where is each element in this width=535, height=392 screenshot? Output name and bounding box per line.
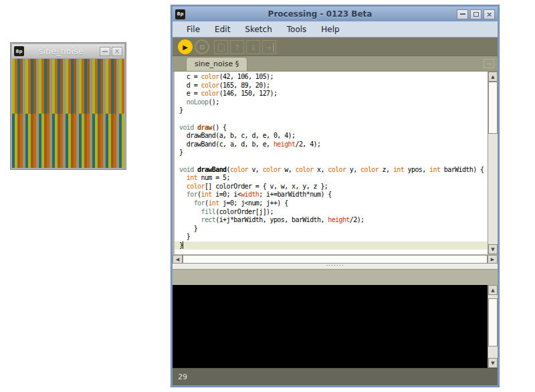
maximize-button[interactable]	[470, 9, 481, 19]
scrollbar-thumb[interactable]	[488, 82, 498, 134]
arrow-up-icon: ▲	[491, 288, 494, 293]
toolbar: ▶ ↑ ↓ →	[173, 37, 498, 56]
sketch-minimize-button[interactable]	[100, 47, 110, 56]
open-sketch-button[interactable]: ↑	[230, 40, 244, 54]
tab-menu-arrow-icon: →	[486, 60, 492, 68]
scroll-up-button[interactable]: ▲	[488, 72, 498, 82]
processing-ide-window: 8p Processing - 0123 Beta × File Edit Sk…	[171, 5, 499, 387]
save-sketch-button[interactable]: ↓	[246, 40, 260, 54]
close-icon: ×	[114, 48, 120, 55]
new-file-icon	[218, 43, 225, 52]
arrow-right-icon: ▶	[491, 257, 494, 262]
sketch-window-titlebar[interactable]: 8p sine_noise ×	[12, 44, 124, 59]
sketch-close-button[interactable]: ×	[112, 47, 122, 56]
editor-vertical-scrollbar[interactable]: ▲ ▼	[488, 72, 498, 254]
menu-help[interactable]: Help	[315, 23, 345, 35]
menu-edit[interactable]: Edit	[209, 23, 236, 35]
scroll-down-button[interactable]: ▼	[488, 358, 498, 368]
editor-horizontal-scrollbar[interactable]: ◀ ▶	[173, 254, 498, 264]
console: ▲ ▼	[173, 285, 498, 368]
scroll-right-button[interactable]: ▶	[488, 255, 498, 264]
splitter-handle[interactable]: ·······	[173, 264, 498, 269]
sketch-window-title: sine_noise	[24, 47, 98, 56]
scroll-left-button[interactable]: ◀	[173, 255, 183, 264]
code-area[interactable]: c = color(42, 106, 105); d = color(165, …	[173, 72, 488, 254]
close-icon: ×	[486, 11, 492, 18]
arrow-down-icon: ▼	[491, 361, 494, 366]
minimize-button[interactable]	[457, 9, 468, 19]
menu-tools[interactable]: Tools	[281, 23, 313, 35]
menu-bar: File Edit Sketch Tools Help	[173, 21, 498, 37]
processing-app-icon: 8p	[175, 9, 185, 19]
desktop: 8p sine_noise × 8p Processing - 0123 Bet…	[0, 0, 535, 392]
arrow-down-icon: ▼	[491, 247, 494, 252]
tab-sine-noise[interactable]: sine_noise §	[186, 57, 247, 71]
minimize-icon	[102, 51, 108, 52]
minimize-icon	[460, 13, 465, 15]
stripe-band-bottom	[12, 114, 124, 169]
arrow-left-icon: ◀	[176, 257, 179, 262]
scrollbar-thumb[interactable]	[488, 298, 498, 347]
sketch-window: 8p sine_noise ×	[11, 43, 126, 169]
console-vertical-scrollbar[interactable]: ▲ ▼	[488, 285, 498, 368]
open-icon: ↑	[233, 43, 240, 52]
scroll-up-button[interactable]: ▲	[488, 285, 498, 295]
export-icon: →	[264, 43, 274, 52]
export-sketch-button[interactable]: →	[262, 40, 276, 54]
ide-titlebar[interactable]: 8p Processing - 0123 Beta ×	[173, 7, 498, 21]
run-button[interactable]: ▶	[178, 39, 193, 54]
message-area	[173, 269, 498, 285]
maximize-icon	[473, 12, 479, 17]
line-number: 29	[178, 373, 187, 381]
processing-app-icon: 8p	[14, 46, 24, 56]
arrow-up-icon: ▲	[491, 74, 494, 80]
play-icon: ▶	[183, 43, 188, 51]
scrollbar-thumb[interactable]	[183, 255, 488, 264]
window-title: Processing - 0123 Beta	[185, 9, 455, 19]
stripe-band-top	[12, 59, 124, 114]
stop-button[interactable]	[195, 39, 209, 54]
menu-file[interactable]: File	[181, 23, 206, 35]
tab-menu-button[interactable]: →	[484, 59, 494, 68]
save-icon: ↓	[249, 43, 256, 52]
close-button[interactable]: ×	[484, 9, 495, 19]
menu-sketch[interactable]: Sketch	[239, 23, 278, 35]
stop-icon	[200, 45, 205, 50]
new-sketch-button[interactable]	[214, 40, 228, 54]
scroll-down-button[interactable]: ▼	[488, 244, 498, 254]
code-editor: c = color(42, 106, 105); d = color(165, …	[173, 72, 498, 254]
editor-left-margin	[173, 72, 175, 254]
sketch-canvas	[12, 59, 124, 168]
tab-strip: sine_noise § →	[173, 56, 498, 72]
status-bar: 29	[173, 368, 498, 385]
